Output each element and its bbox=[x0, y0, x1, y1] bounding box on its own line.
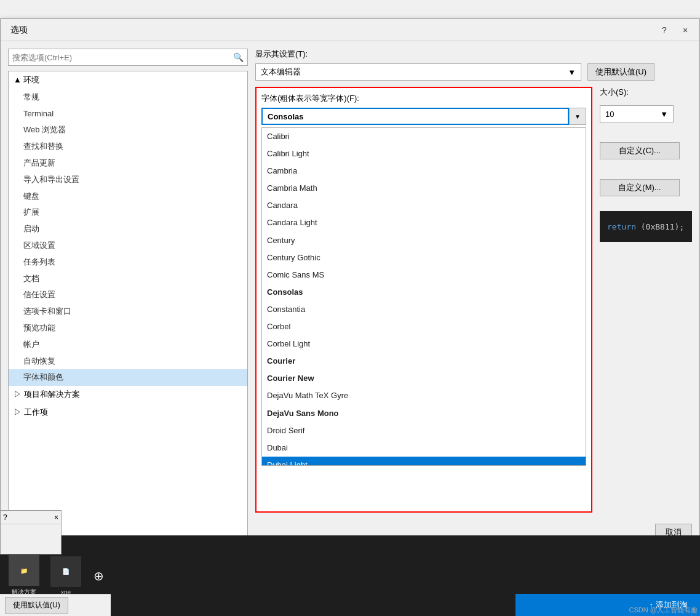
display-label: 显示其设置(T): bbox=[255, 49, 308, 60]
tree-item-import-export[interactable]: 导入和导出设置 bbox=[9, 172, 247, 188]
tree-item-tabs-windows[interactable]: 选项卡和窗口 bbox=[9, 303, 247, 320]
search-input[interactable] bbox=[12, 53, 233, 62]
display-dropdown[interactable]: 文本编辑器 ▼ bbox=[255, 63, 581, 81]
tree-item-web-browser[interactable]: Web 浏览器 bbox=[9, 122, 247, 138]
tree-category-work[interactable]: ▷ 工作项 bbox=[9, 404, 247, 422]
tree-item-font-color[interactable]: 字体和颜色 bbox=[9, 369, 247, 386]
side-controls: 大小(S): 10 ▼ 自定义(C)... 自定义(M)... return (… bbox=[600, 87, 692, 513]
font-list-item[interactable]: Dubai Light bbox=[262, 457, 586, 465]
font-selected-value: Consolas bbox=[268, 112, 304, 121]
env-label: ▲ 环境 bbox=[14, 74, 39, 87]
font-list-item[interactable]: Courier bbox=[262, 353, 586, 370]
tree-item-regular[interactable]: 常规 bbox=[9, 89, 247, 106]
font-label: 字体(粗体表示等宽字体)(F): bbox=[261, 93, 586, 104]
tree-item-task-list[interactable]: 任务列表 bbox=[9, 254, 247, 271]
font-list-item[interactable]: Candara Light bbox=[262, 214, 586, 231]
font-list-item[interactable]: Century bbox=[262, 232, 586, 249]
tree-item-terminal[interactable]: Terminal bbox=[9, 106, 247, 122]
mini-title-bar: ? × bbox=[1, 511, 61, 524]
taskbar-item-solution[interactable]: 📁 解决方案 bbox=[5, 553, 43, 599]
search-icon: 🔍 bbox=[233, 52, 244, 62]
work-label: ▷ 工作项 bbox=[14, 406, 48, 419]
move-icon[interactable]: ⊕ bbox=[89, 566, 109, 586]
tree-item-product-update[interactable]: 产品更新 bbox=[9, 155, 247, 172]
right-panel: 显示其设置(T): 文本编辑器 ▼ 使用默认值(U) 字体(粗体表示等宽字体)(… bbox=[255, 49, 692, 546]
customize-m-button[interactable]: 自定义(M)... bbox=[600, 179, 680, 196]
left-panel: 🔍 ▲ 环境 常规 Terminal Web 浏览器 查找和替换 产品更新 导入… bbox=[8, 49, 248, 546]
tree-item-find-replace[interactable]: 查找和替换 bbox=[9, 138, 247, 155]
font-list-container: CalibriCalibri LightCambriaCambria MathC… bbox=[261, 127, 586, 466]
size-label: 大小(S): bbox=[600, 87, 692, 98]
solution-icon: 📁 bbox=[20, 567, 28, 574]
size-value: 10 bbox=[605, 110, 614, 119]
xne-icon-box: 📄 bbox=[50, 556, 81, 587]
title-buttons: ? × bbox=[655, 23, 694, 38]
font-list-item[interactable]: Corbel bbox=[262, 318, 586, 335]
tree-item-autorecover[interactable]: 自动恢复 bbox=[9, 353, 247, 370]
tree-item-trust[interactable]: 信任设置 bbox=[9, 287, 247, 303]
font-list-item[interactable]: Constantia bbox=[262, 301, 586, 318]
font-list-item[interactable]: Courier New bbox=[262, 370, 586, 387]
font-dropdown-arrow[interactable]: ▼ bbox=[569, 108, 586, 125]
mini-help[interactable]: ? bbox=[3, 513, 7, 522]
font-list-item[interactable]: Calibri bbox=[262, 128, 586, 145]
font-list-item[interactable]: Droid Serif bbox=[262, 422, 586, 439]
tree-item-locale[interactable]: 区域设置 bbox=[9, 238, 247, 254]
tree-item-preview[interactable]: 预览功能 bbox=[9, 320, 247, 337]
dialog-content: 🔍 ▲ 环境 常规 Terminal Web 浏览器 查找和替换 产品更新 导入… bbox=[1, 41, 699, 553]
title-bar: 选项 ? × bbox=[1, 19, 699, 41]
mini-dialog: ? × bbox=[0, 510, 62, 554]
tree-category-proj[interactable]: ▷ 项目和解决方案 bbox=[9, 386, 247, 404]
tree-item-documents[interactable]: 文档 bbox=[9, 271, 247, 287]
watermark: CSDN @人工智能有趣 bbox=[627, 604, 700, 616]
tree-item-startup[interactable]: 启动 bbox=[9, 221, 247, 238]
font-list-item[interactable]: Comic Sans MS bbox=[262, 266, 586, 284]
font-list-item[interactable]: Corbel Light bbox=[262, 335, 586, 353]
display-value: 文本编辑器 bbox=[261, 66, 301, 78]
size-dropdown[interactable]: 10 ▼ bbox=[600, 105, 674, 122]
font-list[interactable]: CalibriCalibri LightCambriaCambria MathC… bbox=[262, 128, 586, 465]
customize-c-button[interactable]: 自定义(C)... bbox=[600, 142, 680, 159]
xne-icon: 📄 bbox=[62, 568, 70, 575]
font-list-item[interactable]: Dubai bbox=[262, 439, 586, 457]
options-dialog: 选项 ? × 🔍 ▲ 环境 常规 Terminal Web 浏览器 查 bbox=[0, 18, 700, 554]
tree-item-account[interactable]: 帐户 bbox=[9, 337, 247, 353]
code-preview: return (0xB811); bbox=[600, 211, 692, 242]
size-dropdown-arrow: ▼ bbox=[660, 110, 668, 119]
code-text: return (0xB811); bbox=[607, 222, 684, 231]
font-list-item[interactable]: Cambria Math bbox=[262, 180, 586, 197]
font-selected-dropdown[interactable]: Consolas bbox=[261, 108, 569, 125]
tree-panel: ▲ 环境 常规 Terminal Web 浏览器 查找和替换 产品更新 导入和导… bbox=[8, 71, 248, 546]
dialog-title: 选项 bbox=[10, 25, 28, 36]
font-list-item[interactable]: Candara bbox=[262, 197, 586, 214]
bottom-default-bar: 使用默认值(U) bbox=[0, 594, 111, 616]
mini-close[interactable]: × bbox=[54, 513, 58, 522]
close-button[interactable]: × bbox=[676, 23, 694, 38]
bottom-use-default-btn[interactable]: 使用默认值(U) bbox=[5, 597, 68, 614]
font-list-item[interactable]: Cambria bbox=[262, 162, 586, 180]
taskbar-item-xne[interactable]: 📄 xne bbox=[47, 554, 85, 598]
tree-item-extensions[interactable]: 扩展 bbox=[9, 204, 247, 221]
proj-label: ▷ 项目和解决方案 bbox=[14, 388, 80, 401]
display-dropdown-arrow: ▼ bbox=[568, 68, 576, 77]
search-box: 🔍 bbox=[8, 49, 248, 66]
font-list-item[interactable]: DejaVu Math TeX Gyre bbox=[262, 387, 586, 404]
help-button[interactable]: ? bbox=[655, 23, 674, 38]
font-section: 字体(粗体表示等宽字体)(F): Consolas ▼ CalibriCalib… bbox=[255, 87, 592, 513]
font-list-item[interactable]: DejaVu Sans Mono bbox=[262, 405, 586, 422]
tree-item-keyboard[interactable]: 键盘 bbox=[9, 188, 247, 205]
font-list-item[interactable]: Calibri Light bbox=[262, 145, 586, 162]
use-default-button[interactable]: 使用默认值(U) bbox=[587, 63, 654, 81]
font-list-item[interactable]: Century Gothic bbox=[262, 249, 586, 266]
solution-icon-box: 📁 bbox=[9, 555, 39, 586]
font-list-item[interactable]: Consolas bbox=[262, 284, 586, 301]
tree-category-env[interactable]: ▲ 环境 bbox=[9, 71, 247, 89]
